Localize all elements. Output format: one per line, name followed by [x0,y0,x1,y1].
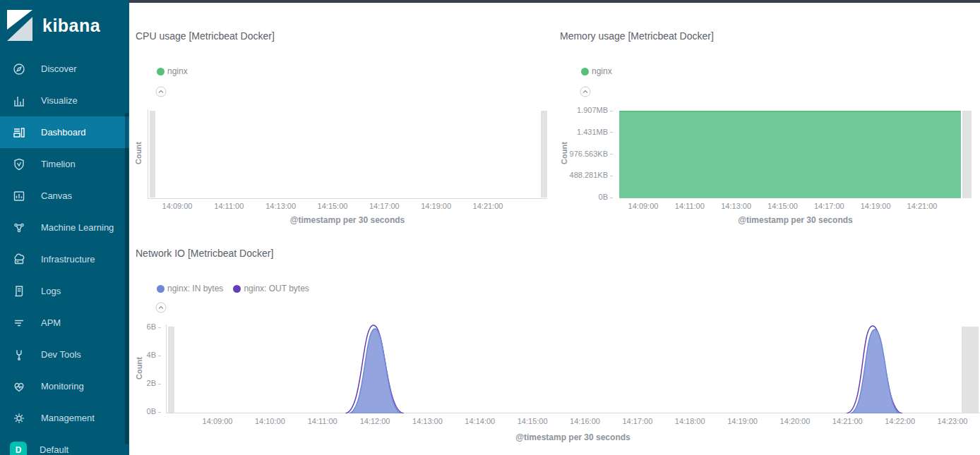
x-tick-label: 14:11:00 [214,202,244,210]
x-tick-label: 14:13:00 [265,202,296,210]
sidebar-item-label: Dev Tools [41,349,81,360]
legend-item[interactable]: nginx [157,66,188,76]
x-tick-label: 14:17:00 [369,202,400,210]
legend-collapse-icon[interactable] [155,302,167,313]
x-tick-label: 14:09:00 [628,202,659,210]
partial-bucket-bar [150,111,155,198]
canvas-icon [11,189,27,203]
panel-cpu-usage: CPU usage [Metricbeat Docker] nginx Coun… [129,3,556,243]
y-tick-label: 0B [556,193,613,201]
legend-item[interactable]: nginx: OUT bytes [233,284,309,293]
x-tick-label: 14:20:00 [780,417,811,425]
apm-icon [11,316,27,330]
sidebar-item-label: Monitoring [41,381,84,392]
legend-dot-icon [233,285,241,293]
y-tick-label: 2B [129,379,161,387]
sidebar-nav: Discover Visualize Dashboard Timelion [0,53,129,455]
network-x-axis-title: @timestamp per 30 seconds [166,432,980,442]
network-legend: nginx: IN bytesnginx: OUT bytes [157,284,319,293]
panel-title: CPU usage [Metricbeat Docker] [136,30,275,42]
dashboard-icon [11,126,27,140]
x-tick-label: 14:19:00 [727,417,758,425]
sidebar-item-label: Infrastructure [41,254,95,265]
shield-icon [11,157,27,171]
memory-legend: nginx [581,66,622,76]
x-tick-label: 14:15:00 [318,202,348,210]
legend-label: nginx: OUT bytes [244,284,309,293]
network-io-series [167,324,980,413]
legend-item[interactable]: nginx: IN bytes [157,284,223,293]
cpu-legend: nginx [157,66,198,76]
cpu-x-axis-title: @timestamp per 30 seconds [148,215,547,225]
sidebar-item-dev-tools[interactable]: Dev Tools [0,339,129,370]
sidebar-item-label: Canvas [41,190,72,201]
sidebar-item-label: Discover [41,63,77,74]
x-tick-label: 14:13:00 [721,202,751,210]
legend-label: nginx: IN bytes [167,284,223,293]
heartbeat-icon [11,380,27,394]
panel-network-io: Network IO [Metricbeat Docker] nginx: IN… [129,243,980,455]
sidebar-item-label: Logs [41,286,61,296]
y-tick-label: 1.907MB [556,106,613,114]
x-tick-label: 14:18:00 [675,417,705,425]
legend-collapse-icon[interactable] [155,86,167,97]
x-tick-label: 14:15:00 [518,417,548,425]
infrastructure-icon [11,253,27,267]
sidebar-item-machine-learning[interactable]: Machine Learning [0,212,129,243]
sidebar-item-timelion[interactable]: Timelion [0,148,129,180]
legend-collapse-icon[interactable] [580,86,591,97]
x-tick-label: 14:22:00 [885,417,915,425]
panel-title: Network IO [Metricbeat Docker] [136,248,273,259]
legend-item[interactable]: nginx [581,66,612,76]
x-tick-label: 14:19:00 [421,202,451,210]
memory-area-series-nginx [619,111,961,198]
gear-icon [11,411,27,425]
sidebar-item-label: Timelion [41,159,76,169]
y-tick-label: 0B [129,407,161,415]
network-y-axis-ticks: 6B4B2B0B [129,327,161,411]
x-tick-label: 14:09:00 [162,202,193,210]
space-badge-icon: D [10,442,27,455]
network-x-axis-ticks: 14:09:0014:10:0014:11:0014:12:0014:13:00… [217,417,952,426]
sidebar-item-discover[interactable]: Discover [0,53,129,85]
y-tick-label: 976.563KB [556,150,613,158]
cpu-x-axis-ticks: 14:09:0014:11:0014:13:0014:15:0014:17:00… [177,202,488,211]
sidebar-item-label: Management [41,413,95,423]
y-tick-label: 488.281KB [556,171,613,179]
sidebar-item-logs[interactable]: Logs [0,275,129,307]
bar-chart-icon [11,94,27,108]
x-tick-label: 14:14:00 [465,417,495,425]
legend-dot-icon [157,285,165,293]
sidebar-item-label: APM [41,317,61,328]
sidebar-item-apm[interactable]: APM [0,307,129,339]
sidebar-item-label: Machine Learning [41,222,114,233]
sidebar-item-management[interactable]: Management [0,402,129,434]
sidebar-item-canvas[interactable]: Canvas [0,180,129,212]
logs-icon [11,284,27,298]
y-tick-label: 4B [129,351,161,359]
sidebar-item-label: Dashboard [41,127,86,138]
sidebar-item-label: Default [40,444,68,455]
sidebar-item-infrastructure[interactable]: Infrastructure [0,243,129,275]
compass-icon [11,62,27,76]
x-tick-label: 14:17:00 [622,417,652,425]
kibana-logo[interactable]: kibana [7,10,100,41]
sidebar-item-label: Visualize [41,95,78,106]
legend-label: nginx [167,66,188,76]
x-tick-label: 14:16:00 [570,417,600,425]
sidebar-item-visualize[interactable]: Visualize [0,85,129,116]
network-plot-area [166,324,980,413]
legend-dot-icon [581,68,589,75]
sidebar-item-space-default[interactable]: D Default [0,434,129,455]
partial-bucket-bar [541,111,547,198]
x-tick-label: 14:21:00 [832,417,863,425]
sidebar-scrollbar[interactable] [125,113,129,444]
legend-dot-icon [157,68,165,75]
x-tick-label: 14:23:00 [938,417,968,425]
sidebar-item-monitoring[interactable]: Monitoring [0,370,129,402]
cpu-y-axis-label: Count [134,118,143,188]
memory-y-axis-ticks: 1.907MB1.431MB976.563KB488.281KB0B [556,110,613,197]
x-tick-label: 14:12:00 [360,417,390,425]
sidebar-item-dashboard[interactable]: Dashboard [0,116,129,148]
x-tick-label: 14:19:00 [861,202,891,210]
